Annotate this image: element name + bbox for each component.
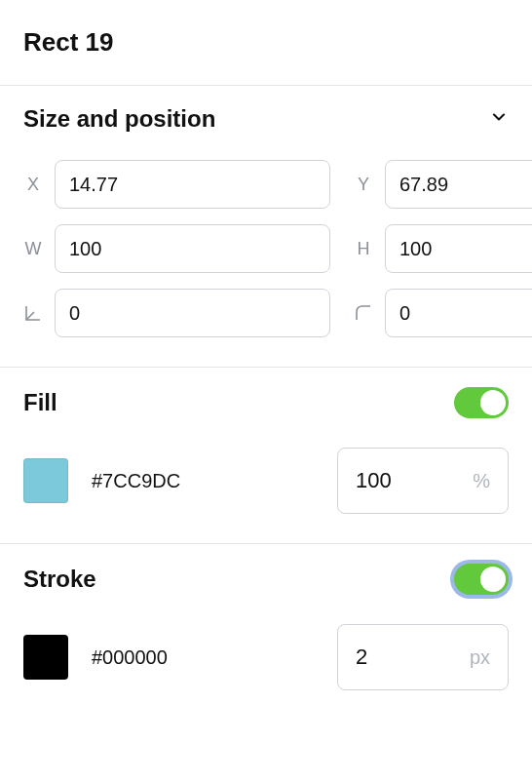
section-stroke: Stroke #000000 px <box>0 544 532 720</box>
w-label: W <box>23 239 43 259</box>
rotation-field <box>23 289 330 337</box>
stroke-color-row: #000000 px <box>23 624 509 690</box>
fill-opacity-input[interactable] <box>356 468 461 493</box>
size-position-header[interactable]: Size and position <box>23 105 509 133</box>
h-field: H <box>354 224 532 273</box>
stroke-width-field: px <box>337 624 509 690</box>
fill-swatch[interactable] <box>23 458 68 503</box>
stroke-header: Stroke <box>23 564 509 595</box>
fill-opacity-unit: % <box>473 470 490 492</box>
fill-header: Fill <box>23 387 509 418</box>
stroke-toggle[interactable] <box>454 564 509 595</box>
y-label: Y <box>354 175 373 195</box>
x-field: X <box>23 160 330 209</box>
stroke-width-unit: px <box>470 646 490 669</box>
x-input[interactable] <box>55 160 330 209</box>
fill-label: Fill <box>23 389 57 416</box>
x-label: X <box>23 175 43 195</box>
y-input[interactable] <box>385 160 532 209</box>
w-field: W <box>23 224 330 273</box>
rotation-input[interactable] <box>55 289 330 337</box>
corner-radius-input[interactable] <box>385 289 532 337</box>
stroke-label: Stroke <box>23 566 96 593</box>
h-label: H <box>354 239 373 259</box>
size-position-grid: X Y W H <box>23 160 509 337</box>
fill-opacity-field: % <box>337 448 509 514</box>
y-field: Y <box>354 160 532 209</box>
corner-radius-icon <box>354 304 373 322</box>
toggle-knob <box>480 390 506 415</box>
section-size-position: Size and position X Y W H <box>0 86 532 368</box>
section-fill: Fill #7CC9DC % <box>0 368 532 544</box>
stroke-swatch[interactable] <box>23 635 68 680</box>
fill-color-row: #7CC9DC % <box>23 448 509 514</box>
stroke-hex[interactable]: #000000 <box>92 646 314 669</box>
stroke-width-input[interactable] <box>356 645 458 670</box>
properties-panel: Rect 19 Size and position X Y W H <box>0 0 532 720</box>
w-input[interactable] <box>55 224 330 273</box>
corner-radius-field <box>354 289 532 337</box>
size-position-label: Size and position <box>23 105 215 133</box>
rotation-icon <box>23 304 43 322</box>
chevron-down-icon <box>489 107 509 131</box>
object-title: Rect 19 <box>0 0 532 86</box>
fill-hex[interactable]: #7CC9DC <box>92 470 314 492</box>
fill-toggle[interactable] <box>454 387 509 418</box>
h-input[interactable] <box>385 224 532 273</box>
toggle-knob <box>480 567 506 592</box>
